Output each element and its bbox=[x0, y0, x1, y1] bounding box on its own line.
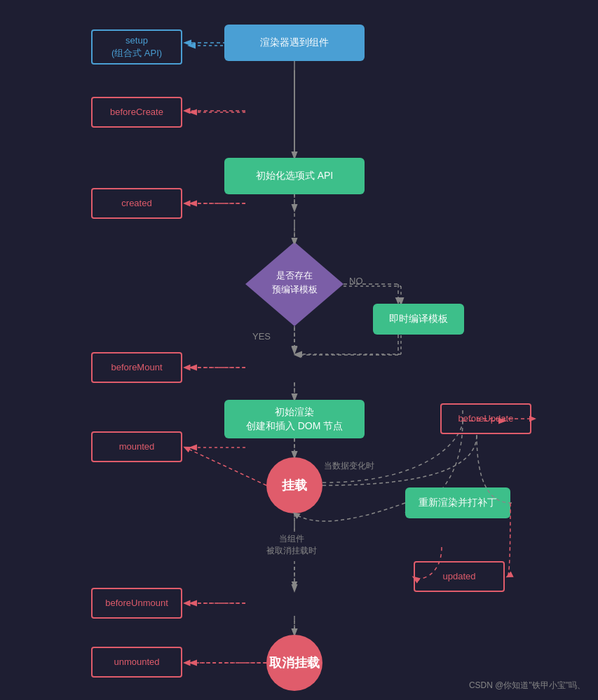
init-options-box: 初始化选项式 API bbox=[224, 158, 365, 194]
yes-label: YES bbox=[252, 331, 271, 342]
mount-circle: 挂载 bbox=[266, 457, 322, 513]
svg-text:预编译模板: 预编译模板 bbox=[272, 284, 318, 295]
updated-box: updated bbox=[414, 561, 505, 592]
mounted-box: mounted bbox=[91, 431, 182, 462]
before-create-box: beforeCreate bbox=[91, 97, 182, 128]
rerender-box: 重新渲染并打补丁 bbox=[405, 487, 510, 518]
unmounted-box: unmounted bbox=[91, 647, 182, 678]
connectors-svg bbox=[0, 0, 598, 700]
flow-svg-overlay bbox=[0, 0, 598, 700]
created-box: created bbox=[91, 188, 182, 219]
instant-compile-box: 即时编译模板 bbox=[373, 304, 464, 335]
renderer-encounter-box: 渲染器遇到组件 bbox=[224, 25, 365, 61]
svg-line-39 bbox=[185, 447, 266, 485]
when-unmounted-label: 当组件 被取消挂载时 bbox=[266, 533, 317, 557]
when-data-changes-label: 当数据变化时 bbox=[324, 459, 374, 472]
diagram-container: 渲染器遇到组件 setup (组合式 API) beforeCreate 初始化… bbox=[0, 0, 598, 700]
before-mount-box: beforeMount bbox=[91, 352, 182, 383]
setup-api-box: setup (组合式 API) bbox=[91, 29, 182, 65]
unmount-circle: 取消挂载 bbox=[266, 635, 322, 691]
before-update-box: beforeUpdate bbox=[440, 403, 531, 434]
svg-text:是否存在: 是否存在 bbox=[276, 270, 313, 281]
before-unmount-box: beforeUnmount bbox=[91, 588, 182, 619]
precompiled-check-diamond: 是否存在 预编译模板 bbox=[245, 242, 344, 326]
initial-render-box: 初始渲染 创建和插入 DOM 节点 bbox=[224, 400, 365, 438]
watermark: CSDN @你知道"铁甲小宝"吗、 bbox=[469, 680, 585, 692]
no-label: NO bbox=[349, 276, 363, 286]
